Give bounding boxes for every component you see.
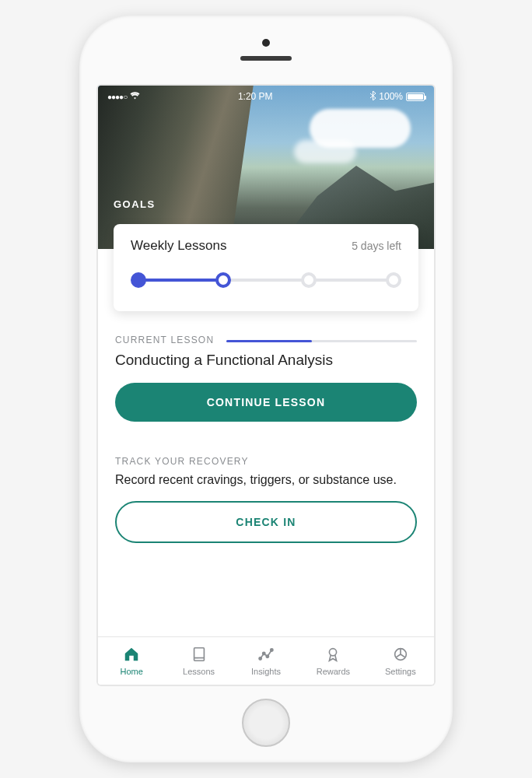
current-lesson-label: CURRENT LESSON <box>115 335 214 345</box>
status-time: 1:20 PM <box>238 91 273 102</box>
goals-card-title: Weekly Lessons <box>131 238 226 254</box>
svg-rect-1 <box>194 648 204 661</box>
svg-point-4 <box>263 652 265 654</box>
phone-frame: ●●●●○ 1:20 PM 100% GOALS Weekly Le <box>79 16 453 762</box>
progress-step-1[interactable] <box>131 272 146 288</box>
tab-label: Insights <box>251 667 281 676</box>
current-lesson-title: Conducting a Functional Analysis <box>115 352 417 369</box>
recovery-description: Record recent cravings, triggers, or sub… <box>115 473 417 487</box>
phone-home-button[interactable] <box>242 699 290 747</box>
tab-label: Settings <box>385 667 416 676</box>
goals-progress <box>131 268 401 293</box>
progress-step-2[interactable] <box>215 272 231 288</box>
continue-lesson-button[interactable]: CONTINUE LESSON <box>115 383 417 422</box>
check-in-button[interactable]: CHECK IN <box>115 501 417 543</box>
recovery-label: TRACK YOUR RECOVERY <box>115 456 417 467</box>
goals-card: Weekly Lessons 5 days left <box>114 224 418 311</box>
svg-line-11 <box>396 654 401 657</box>
phone-camera <box>262 39 270 47</box>
status-bar: ●●●●○ 1:20 PM 100% <box>98 86 434 104</box>
settings-icon <box>392 646 409 664</box>
phone-speaker <box>240 56 292 61</box>
lessons-icon <box>191 646 208 664</box>
battery-icon <box>406 93 425 101</box>
tab-settings[interactable]: Settings <box>367 637 434 685</box>
goals-card-subtitle: 5 days left <box>352 240 401 252</box>
tab-bar: Home Lessons Insights Rewards <box>98 636 434 685</box>
svg-rect-0 <box>131 657 133 661</box>
insights-icon <box>257 646 275 664</box>
bluetooth-icon <box>370 91 376 103</box>
svg-point-5 <box>266 655 268 657</box>
signal-dots-icon: ●●●●○ <box>107 93 127 101</box>
app-screen: ●●●●○ 1:20 PM 100% GOALS Weekly Le <box>98 86 434 685</box>
tab-home[interactable]: Home <box>98 637 165 685</box>
lesson-progress-bar <box>226 340 417 342</box>
wifi-icon <box>130 91 140 102</box>
tab-label: Lessons <box>183 667 215 676</box>
progress-step-3[interactable] <box>301 272 317 288</box>
tab-insights[interactable]: Insights <box>233 637 299 685</box>
hero-label: GOALS <box>114 198 156 210</box>
cloud-decoration <box>294 140 356 163</box>
progress-step-4[interactable] <box>386 272 401 288</box>
tab-rewards[interactable]: Rewards <box>299 637 366 685</box>
svg-point-7 <box>330 649 337 656</box>
svg-line-10 <box>401 654 405 657</box>
tab-label: Home <box>121 667 143 676</box>
lesson-progress-fill <box>226 340 312 342</box>
svg-point-6 <box>271 649 273 651</box>
battery-pct: 100% <box>379 91 403 102</box>
svg-point-3 <box>259 657 261 660</box>
progress-fill <box>138 279 228 282</box>
tab-lessons[interactable]: Lessons <box>165 637 232 685</box>
home-icon <box>123 646 140 664</box>
rewards-icon <box>324 646 341 664</box>
tab-label: Rewards <box>317 667 350 676</box>
